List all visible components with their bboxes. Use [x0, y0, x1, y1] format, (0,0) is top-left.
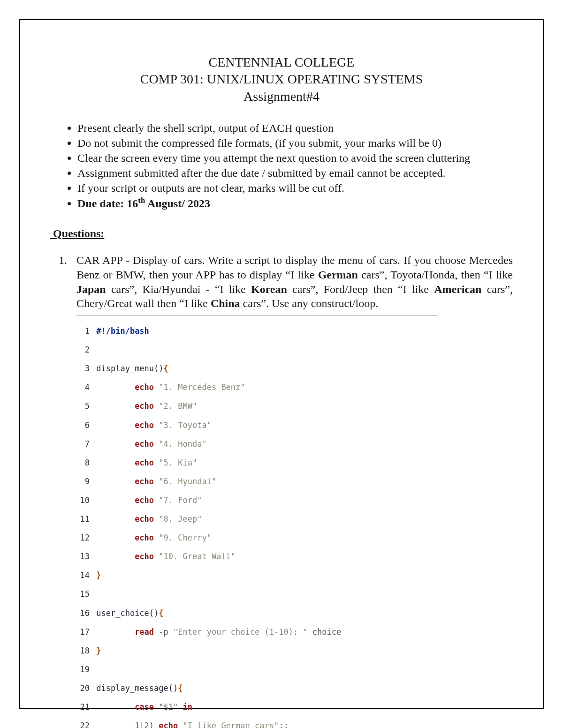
instruction-item: Assignment submitted after the due date … [77, 166, 513, 180]
due-date: Due date: 16th August/ 2023 [77, 196, 513, 210]
instruction-item: Present clearly the shell script, output… [77, 121, 513, 135]
q1-text: CAR APP - Display of cars. Write a scrip… [76, 254, 513, 309]
instruction-item: If your script or outputs are not clear,… [77, 181, 513, 195]
instruction-item: Clear the screen every time you attempt … [77, 151, 513, 165]
questions-label: Questions: [53, 227, 104, 240]
question-number: 1. [59, 253, 67, 268]
title-line-3: Assignment#4 [50, 88, 513, 105]
title-line-2: COMP 301: UNIX/LINUX OPERATING SYSTEMS [50, 71, 513, 88]
due-sup: th [138, 196, 145, 205]
document-frame: CENTENNIAL COLLEGE COMP 301: UNIX/LINUX … [19, 19, 544, 709]
due-prefix: Due date: 16 [77, 197, 138, 210]
title-block: CENTENNIAL COLLEGE COMP 301: UNIX/LINUX … [50, 54, 513, 105]
question-1: 1. CAR APP - Display of cars. Write a sc… [76, 253, 513, 311]
title-line-1: CENTENNIAL COLLEGE [50, 54, 513, 71]
instruction-item: Do not submit the compressed file format… [77, 136, 513, 150]
page: CENTENNIAL COLLEGE COMP 301: UNIX/LINUX … [0, 0, 563, 728]
due-suffix: August/ 2023 [145, 197, 210, 210]
code-block: 1 #!/bin/bash 2 3 display_menu(){ 4 echo… [76, 315, 438, 728]
questions-heading: Questions: [50, 227, 513, 240]
instruction-list: Present clearly the shell script, output… [50, 121, 513, 210]
